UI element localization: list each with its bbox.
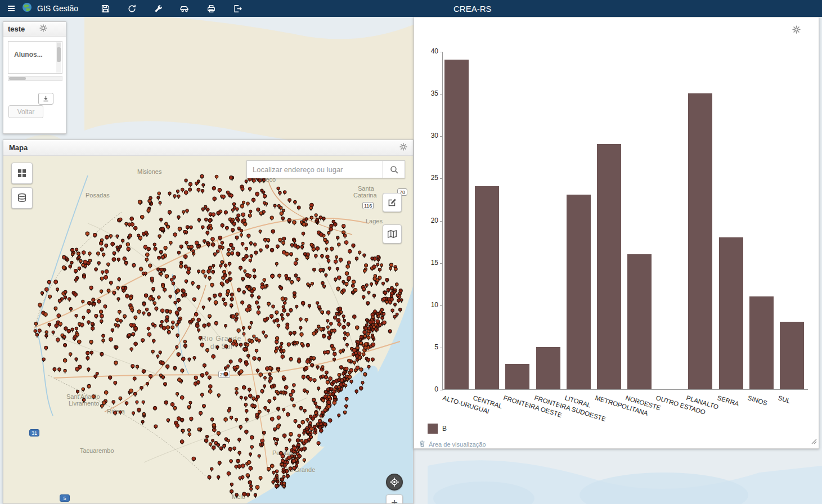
map-canvas[interactable]: Rio Grande do Sul MisionesPosadasChapecó… [3,156,413,503]
x-axis-label: SUL [777,394,791,404]
teste-panel-header: teste [3,22,66,37]
horizontal-scrollbar[interactable] [8,76,62,81]
bar-metropolitana[interactable] [597,144,621,389]
logout-button[interactable] [232,3,243,14]
top-bar: GIS Gestão CREA-RS [0,0,822,17]
bar-chart: 0510152025303540ALTO-URUGUAICENTRALFRONT… [442,52,808,390]
tools-button[interactable] [152,3,164,14]
bar-fronteira-oeste[interactable] [505,364,529,389]
horizontal-scrollbar-thumb[interactable] [9,77,26,80]
save-button[interactable] [100,3,111,14]
settings-icon[interactable] [399,143,407,152]
search-icon [389,165,399,174]
teste-panel: teste Alunos... Voltar [3,21,66,134]
chart-footer: Área de visualização [419,440,486,448]
map-pins-layer[interactable] [3,156,413,503]
y-axis-label: 30 [417,132,438,140]
geolocate-button[interactable] [386,474,403,490]
y-axis-label: 0 [417,385,438,393]
bar-sinos[interactable] [749,296,774,389]
bar-central[interactable] [475,186,499,389]
chart-panel: 0510152025303540ALTO-URUGUAICENTRALFRONT… [414,17,819,449]
layers-button[interactable] [11,187,33,209]
edit-icon [387,197,397,208]
back-button[interactable]: Voltar [8,105,43,118]
bar-sul[interactable] [780,322,804,389]
bar-noroeste[interactable] [627,254,652,389]
vertical-scrollbar-thumb[interactable] [57,47,61,62]
bar-alto-uruguai[interactable] [444,60,469,389]
y-axis-label: 20 [417,217,438,224]
print-button[interactable] [205,3,217,14]
target-icon [389,477,399,487]
y-axis-tick [440,94,443,94]
footer-label: Área de visualização [429,441,486,448]
vertical-scrollbar[interactable] [56,42,61,73]
map-book-button[interactable] [383,224,402,244]
y-axis-label: 5 [417,343,438,351]
map-panel-header: Mapa [3,140,413,156]
legend-label: B [442,425,447,433]
app-logo-globe-icon [22,2,32,15]
app-title: GIS Gestão [37,4,78,13]
y-axis-tick [440,305,443,306]
y-axis-tick [440,221,443,222]
y-axis-tick [440,136,443,137]
edit-button[interactable] [383,193,402,212]
settings-icon[interactable] [39,24,47,34]
save-icon [101,4,110,14]
search-button[interactable] [383,160,405,178]
x-axis-label: SERRA [716,394,739,407]
vehicle-button[interactable] [179,3,190,14]
x-axis-label: SINOS [747,394,768,407]
layer-list[interactable]: Alunos... [8,41,62,74]
trash-icon[interactable] [419,440,426,448]
legend-swatch [428,424,438,434]
printer-icon [206,4,216,14]
y-axis-tick [440,178,443,179]
menu-button[interactable] [6,3,17,14]
map-panel-title: Mapa [9,143,28,152]
layers-icon [16,192,28,204]
car-icon [179,3,190,14]
y-axis-label: 15 [417,259,438,267]
basemap-gallery-button[interactable] [11,163,33,184]
chart-legend: B [428,424,447,434]
bar-litoral[interactable] [567,195,591,389]
settings-icon[interactable] [792,25,801,36]
resize-handle-icon[interactable] [811,437,817,447]
wrench-icon [154,4,163,14]
address-search [246,160,405,178]
refresh-icon [127,4,137,14]
page-title: CREA-RS [453,4,492,14]
bar-planalto[interactable] [688,93,712,389]
search-input[interactable] [246,160,383,178]
y-axis-label: 35 [417,89,438,97]
layer-list-item[interactable]: Alunos... [8,42,62,58]
map-icon [387,229,397,239]
bar-fronteira-sudoeste[interactable] [536,347,560,389]
y-axis-label: 25 [417,174,438,182]
y-axis-tick [440,263,443,264]
refresh-button[interactable] [126,3,137,14]
scroll-up-arrow[interactable] [57,43,61,47]
y-axis-label: 10 [417,301,438,309]
zoom-in-button[interactable]: + [386,494,403,503]
map-panel: Mapa [3,140,414,504]
download-button[interactable] [38,93,53,105]
bar-serra[interactable] [719,237,743,389]
y-axis-label: 40 [417,47,438,55]
y-axis-tick [440,52,443,52]
teste-panel-title: teste [8,25,25,33]
grid-icon [17,168,27,178]
hamburger-icon [7,4,16,13]
logout-icon [233,4,242,14]
y-axis-tick [440,390,443,390]
download-icon [42,95,50,102]
y-axis-tick [440,348,443,348]
